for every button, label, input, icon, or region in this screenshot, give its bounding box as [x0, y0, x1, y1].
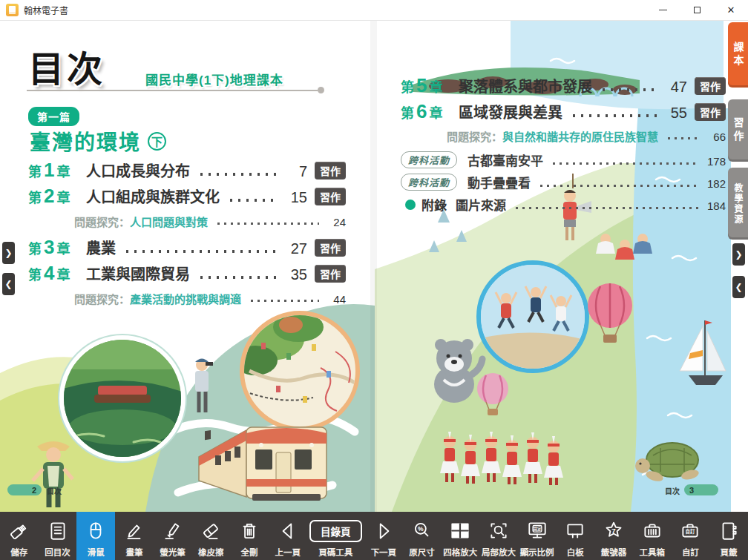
toc-entry-chapter-5[interactable]: 第5章 聚落體系與都市發展 47 習作: [401, 74, 726, 97]
leader-dots: [227, 199, 278, 202]
page-number: 24: [325, 216, 346, 228]
inquiry-title: 人口問題與對策: [130, 214, 208, 229]
toc-entry-chapter-4[interactable]: 第4章 工業與國際貿易 35 習作: [28, 262, 346, 285]
toc-entry-inquiry[interactable]: 問題探究： 人口問題與對策 24: [28, 214, 346, 229]
tool-toolbox[interactable]: 工具箱: [633, 512, 672, 560]
toc-entry-chapter-3[interactable]: 第3章 農業 27 習作: [28, 236, 346, 259]
workbook-badge[interactable]: 習作: [695, 103, 726, 121]
page-number: 15: [283, 189, 307, 206]
window-title: 翰林電子書: [24, 4, 68, 16]
workbook-badge[interactable]: 習作: [315, 162, 346, 179]
part-badge: 第一篇: [28, 107, 79, 126]
ebook-app-window: 翰林電子書 ✕: [0, 0, 748, 560]
page-number: 44: [325, 293, 346, 306]
tab-coursebook[interactable]: 課本: [728, 22, 748, 88]
book-spread: 目次 國民中學(1下)地理課本 第一篇 臺灣的環境 下 第1章 人口成長與分布 …: [0, 21, 748, 512]
tool-eraser[interactable]: 橡皮擦: [191, 512, 230, 560]
chapter-title: 人口組成與族群文化: [86, 185, 220, 207]
section-title-text: 臺灣的環境: [30, 126, 141, 156]
tool-back-to-toc[interactable]: 回目次: [39, 512, 77, 560]
inquiry-label: 問題探究：: [447, 128, 502, 144]
workbook-badge[interactable]: 習作: [695, 77, 726, 95]
minimize-icon[interactable]: [646, 0, 680, 21]
svg-text:%: %: [418, 525, 424, 533]
toc-entry-inquiry[interactable]: 問題探究： 與自然和諧共存的原住民族智慧 66: [401, 128, 726, 144]
inquiry-label: 問題探究：: [74, 291, 130, 306]
chapter-title: 區域發展與差異: [459, 101, 562, 122]
tool-highlighter[interactable]: 螢光筆: [154, 512, 192, 560]
tool-next-page[interactable]: 下一頁: [364, 512, 403, 560]
right-edge-back-arrow[interactable]: ❮: [732, 276, 745, 298]
app-logo-icon: [6, 4, 19, 16]
activity-badge: 跨科活動: [401, 174, 457, 191]
volume-mark: 下: [148, 132, 166, 151]
toc-entry-activity[interactable]: 跨科活動 古都臺南安平 178: [401, 151, 726, 169]
left-page-indicator: 2: [7, 484, 42, 495]
leader-dots: [551, 162, 699, 165]
left-edge-back-arrow[interactable]: ❮: [2, 273, 15, 295]
highlighter-icon: [162, 517, 184, 545]
tab-teaching-resources[interactable]: 教學資源: [728, 168, 748, 240]
tool-area-zoom[interactable]: 局部放大: [479, 512, 518, 560]
next-triangle-icon: [373, 517, 395, 545]
toc-entry-appendix[interactable]: 附錄 圖片來源 184: [401, 195, 726, 214]
leader-dots: [600, 88, 657, 91]
toc-entry-inquiry[interactable]: 問題探究： 產業活動的挑戰與調適 44: [28, 291, 346, 306]
workbook-badge[interactable]: 習作: [315, 265, 346, 283]
page-number-button[interactable]: 目錄頁: [309, 517, 362, 545]
chapter-title: 工業與國際貿易: [86, 263, 190, 284]
leader-dots: [249, 300, 319, 302]
trash-icon: [238, 517, 260, 545]
workbook-badge[interactable]: 習作: [315, 188, 346, 205]
chapter-title: 農業: [86, 237, 116, 258]
tool-mouse[interactable]: 滑鼠: [76, 512, 115, 560]
tool-pen[interactable]: 畫筆: [115, 512, 154, 560]
toc-entry-chapter-1[interactable]: 第1章 人口成長與分布 7 習作: [28, 159, 346, 182]
title-bar: 翰林電子書 ✕: [0, 0, 748, 21]
toolbox-icon: [641, 517, 663, 545]
chapter-title: 聚落體系與都市發展: [459, 75, 592, 96]
right-edge-forward-arrow[interactable]: ❯: [732, 243, 745, 266]
tool-page-tabs[interactable]: 頁籤: [709, 512, 748, 560]
activity-title: 動手疊疊看: [468, 173, 531, 191]
page-number: 55: [663, 105, 687, 122]
page-number: 27: [283, 240, 307, 257]
toc-entry-activity[interactable]: 跨科活動 動手疊疊看 182: [401, 173, 726, 191]
left-page-indicator-label: 目次: [47, 485, 62, 496]
page-number: 47: [663, 79, 687, 96]
workbook-badge[interactable]: 習作: [315, 239, 346, 257]
section-title: 臺灣的環境 下: [30, 126, 166, 156]
area-zoom-icon: [488, 517, 510, 545]
tool-quad-zoom[interactable]: 四格放大: [441, 512, 479, 560]
mouse-icon: [85, 517, 107, 545]
page-number: 66: [705, 131, 726, 143]
activity-badge: 跨科活動: [401, 151, 457, 168]
tool-original-size[interactable]: % 原尺寸: [403, 512, 442, 560]
tool-delete-all[interactable]: 全刪: [230, 512, 269, 560]
maximize-icon[interactable]: [680, 0, 714, 21]
toc-entry-chapter-6[interactable]: 第6章 區域發展與差異 55 習作: [401, 100, 726, 123]
leader-dots: [666, 137, 699, 139]
tool-page-number[interactable]: 目錄頁 頁碼工具: [307, 512, 365, 560]
tool-whiteboard[interactable]: 白板: [556, 512, 594, 560]
tab-workbook[interactable]: 習作: [728, 99, 748, 162]
tool-custom[interactable]: 自訂 自訂: [672, 512, 710, 560]
custom-box-icon: 自訂: [679, 517, 701, 545]
appendix-title: 圖片來源: [456, 195, 506, 214]
title-divider: [27, 90, 318, 91]
tool-prev-page[interactable]: 上一頁: [269, 512, 307, 560]
tool-save[interactable]: 儲存: [0, 512, 39, 560]
eraser-icon: [200, 517, 222, 545]
svg-text:固定: 固定: [533, 526, 542, 532]
chapter-title: 人口成長與分布: [86, 159, 190, 181]
inquiry-title: 產業活動的挑戰與調適: [130, 291, 241, 306]
toc-doc-icon: [47, 517, 69, 545]
close-icon[interactable]: ✕: [714, 0, 748, 21]
svg-text:7: 7: [611, 527, 615, 535]
leader-dots: [123, 250, 278, 253]
tool-number-picker[interactable]: 7 籤號器: [594, 512, 633, 560]
left-edge-forward-arrow[interactable]: ❯: [2, 242, 15, 264]
tool-display-scale[interactable]: 固定 顯示比例: [518, 512, 557, 560]
activity-title: 古都臺南安平: [468, 151, 543, 169]
toc-entry-chapter-2[interactable]: 第2章 人口組成與族群文化 15 習作: [28, 185, 346, 208]
